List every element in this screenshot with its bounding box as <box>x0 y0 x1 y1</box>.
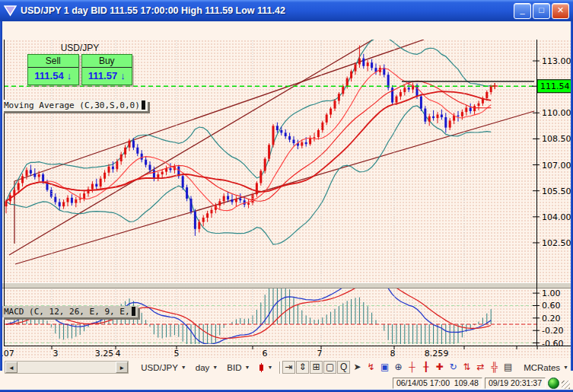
window-titlebar[interactable]: USD/JPY 1 day BID 111.55 17:00:00 High 1… <box>0 0 573 21</box>
quote-panel: USD/JPY Sell 111.54 ↓ Buy 111.57 ↓ <box>27 43 132 85</box>
sell-button[interactable]: Sell 111.54 ↓ <box>27 54 79 85</box>
chart-toolbar: ◄ ► USD/JPY▼ day▼ BID▼ ▼ ⇥⇕⊞▢Q➤↯▣⊕┼╂✚↻⇅⇄… <box>0 358 573 377</box>
select-region-icon[interactable]: ▢ <box>323 361 336 374</box>
maximize-button[interactable]: □ <box>533 3 550 19</box>
chevron-down-icon: ▼ <box>244 365 250 370</box>
text-cursor <box>142 100 145 110</box>
trading-station-window: USD/JPY 1 day BID 111.55 17:00:00 High 1… <box>0 0 573 392</box>
buy-label: Buy <box>82 55 132 68</box>
svg-text:1.00: 1.00 <box>542 288 561 298</box>
period-dropdown-value: day <box>196 363 210 372</box>
last-update-field: 06/14/05 17:00 109.48 <box>393 378 482 389</box>
toolbar-icon-group: ⇥⇕⊞▢Q➤↯▣⊕┼╂✚↻⇅⇄╬▤ <box>282 361 514 374</box>
svg-text:6: 6 <box>263 349 268 358</box>
sell-label: Sell <box>28 55 78 68</box>
svg-text:-0.20: -0.20 <box>542 326 563 336</box>
pair-dropdown-value: USD/JPY <box>141 363 178 372</box>
fit-vertical-icon[interactable]: ⇕ <box>296 361 309 374</box>
scale-all-icon[interactable]: ╬ <box>488 361 501 374</box>
close-button[interactable]: ✕ <box>552 3 569 19</box>
chevron-down-icon: ▼ <box>212 365 218 370</box>
chart-template-icon[interactable]: ▤ <box>501 361 514 374</box>
svg-text:111.54: 111.54 <box>540 81 570 91</box>
rates-feed-value: MCRates <box>524 363 560 372</box>
connection-globe-icon <box>548 378 559 389</box>
sell-arrow-down-icon: ↓ <box>67 70 72 81</box>
chart-style-dropdown[interactable]: ▼ <box>254 363 277 372</box>
status-bar: 06/14/05 17:00 109.48 09/19 20:31:37 <box>0 377 573 390</box>
svg-text:102.50: 102.50 <box>542 238 571 248</box>
svg-text:107.00: 107.00 <box>542 161 571 171</box>
quote-panel-pair: USD/JPY <box>27 43 132 53</box>
chevron-down-icon: ▼ <box>563 365 568 370</box>
scroll-right-button[interactable]: ► <box>116 362 128 373</box>
pair-dropdown[interactable]: USD/JPY▼ <box>136 363 191 372</box>
draw-line-icon[interactable]: ↯ <box>364 361 377 374</box>
pointer-tool-icon[interactable]: ➤ <box>351 361 364 374</box>
sell-price: 111.54 <box>34 70 63 81</box>
svg-text:110.00: 110.00 <box>542 108 571 118</box>
svg-text:8: 8 <box>390 349 396 358</box>
svg-text:8.25: 8.25 <box>425 349 444 358</box>
price-type-dropdown-value: BID <box>227 363 241 372</box>
chart-area: 113.00110.00108.50107.00105.50104.00102.… <box>0 40 573 358</box>
svg-text:-0.60: -0.60 <box>542 339 563 349</box>
grid-icon[interactable]: ⊞ <box>310 361 323 374</box>
svg-text:5: 5 <box>174 349 180 358</box>
minimize-button[interactable]: _ <box>514 3 531 19</box>
scrollbar-track[interactable] <box>18 362 116 373</box>
scale-horizontal-icon[interactable]: ⇄ <box>474 361 487 374</box>
rates-feed-dropdown[interactable]: MCRates▼ <box>519 363 573 372</box>
moving-average-label[interactable]: Moving Average (C,30,S,0,0) <box>2 100 148 111</box>
svg-text:3.25: 3.25 <box>95 349 114 358</box>
svg-text:104.00: 104.00 <box>542 212 571 222</box>
toolbar-separator <box>279 362 280 374</box>
svg-text:108.50: 108.50 <box>542 134 571 144</box>
crosshair-left-icon[interactable]: ┼ <box>406 361 419 374</box>
macd-label[interactable]: MACD (C, 12, 26, E, 9, E, <box>2 306 138 317</box>
objects-icon[interactable]: ▣ <box>378 361 391 374</box>
chevron-down-icon: ▼ <box>267 365 272 370</box>
chevron-down-icon: ▼ <box>181 365 186 370</box>
svg-text:4: 4 <box>116 349 121 358</box>
svg-text:.07: .07 <box>1 349 14 358</box>
moving-average-label-text: Moving Average (C,30,S,0,0) <box>4 100 140 110</box>
buy-price: 111.57 <box>88 70 117 81</box>
svg-text:9: 9 <box>444 349 449 358</box>
zoom-mode-icon[interactable]: Q <box>337 361 350 374</box>
svg-text:0.20: 0.20 <box>542 314 561 323</box>
goto-last-icon[interactable]: ⇥ <box>282 361 295 374</box>
buy-button[interactable]: Buy 111.57 ↓ <box>81 54 133 85</box>
crosshair-full-icon[interactable]: ╂ <box>419 361 432 374</box>
chart-scrollbar[interactable]: ◄ ► <box>5 361 129 374</box>
svg-text:3: 3 <box>53 349 59 358</box>
rotate-icon[interactable]: ↻ <box>447 361 460 374</box>
scroll-left-button[interactable]: ◄ <box>5 362 18 373</box>
period-dropdown[interactable]: day▼ <box>191 363 222 372</box>
svg-text:0.60: 0.60 <box>542 301 561 311</box>
scale-vertical-icon[interactable]: ⇅ <box>460 361 473 374</box>
buy-arrow-down-icon: ↓ <box>120 70 126 81</box>
app-logo-icon <box>4 5 17 17</box>
candlestick-style-icon <box>259 363 264 372</box>
svg-text:113.00: 113.00 <box>542 56 571 66</box>
window-title: USD/JPY 1 day BID 111.55 17:00:00 High 1… <box>21 5 512 16</box>
clock-field: 09/19 20:31:37 <box>485 378 546 389</box>
macd-label-text: MACD (C, 12, 26, E, 9, E, <box>4 307 130 317</box>
svg-text:7: 7 <box>317 349 323 358</box>
text-cursor <box>132 307 135 316</box>
zoom-in-icon[interactable]: ⊕ <box>392 361 405 374</box>
crosshair-vert-icon[interactable]: ✚ <box>433 361 446 374</box>
price-type-dropdown[interactable]: BID▼ <box>222 363 254 372</box>
svg-text:105.50: 105.50 <box>542 186 571 196</box>
